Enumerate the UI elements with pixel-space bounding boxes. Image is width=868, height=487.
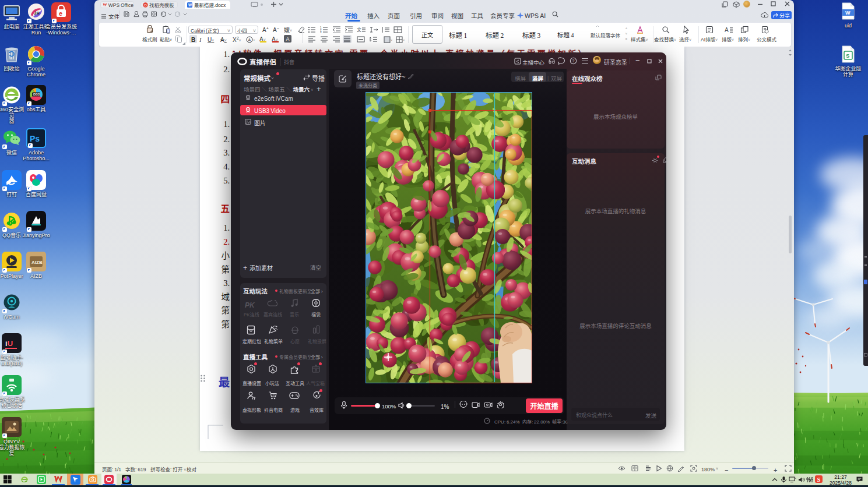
svg-text:OBS: OBS — [33, 92, 40, 97]
svg-text:S: S — [846, 51, 849, 59]
svg-text:W: W — [845, 9, 851, 16]
svg-text:文: 文 — [357, 26, 361, 33]
svg-text:?: ? — [572, 57, 574, 63]
svg-text:W: W — [188, 2, 192, 8]
svg-text:˅: ˅ — [391, 37, 392, 43]
svg-text:e: e — [59, 8, 62, 17]
svg-text:iU: iU — [5, 337, 13, 348]
svg-text:˅: ˅ — [253, 37, 255, 43]
svg-text:A: A — [725, 26, 729, 34]
svg-text:D: D — [144, 2, 147, 8]
svg-text:Ps: Ps — [30, 132, 40, 144]
svg-text:3: 3 — [320, 30, 322, 33]
svg-text:AIZB: AIZB — [31, 259, 43, 265]
svg-text:ᴊʜ: ᴊʜ — [34, 9, 40, 16]
svg-text:˅: ˅ — [403, 37, 405, 43]
svg-text:A: A — [248, 37, 251, 43]
